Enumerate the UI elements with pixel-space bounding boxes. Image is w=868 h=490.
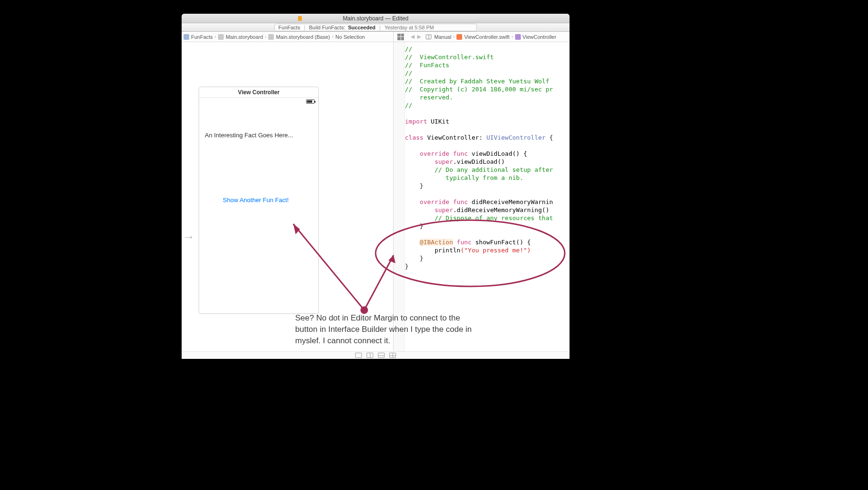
code-ident: .didReceiveMemoryWarning() bbox=[453, 206, 550, 214]
resizing-icon[interactable] bbox=[389, 353, 396, 358]
assistant-code-editor[interactable]: // // ViewController.swift // FunFacts /… bbox=[394, 42, 570, 351]
code-keyword: override bbox=[420, 198, 449, 205]
related-items-icon[interactable] bbox=[397, 34, 404, 40]
code-keyword: super bbox=[435, 206, 453, 214]
fact-label[interactable]: An Interesting Fact Goes Here... bbox=[205, 132, 293, 139]
annotation-caption: See? No dot in Editor Margin to connect … bbox=[295, 312, 484, 347]
code-ident: viewDidLoad() { bbox=[472, 150, 527, 157]
code-ident: println bbox=[435, 247, 461, 254]
window-title: Main.storyboard — Edited bbox=[343, 15, 409, 22]
code-comment: // Dispose of any resources that bbox=[435, 214, 553, 222]
crumb-project[interactable]: FunFacts bbox=[191, 34, 213, 40]
storyboard-icon bbox=[268, 34, 274, 40]
code-keyword: import bbox=[405, 118, 427, 125]
code-keyword: override bbox=[420, 150, 449, 157]
nav-back-icon[interactable]: ◀ bbox=[411, 34, 414, 40]
chevron-right-icon: › bbox=[215, 34, 216, 39]
interface-builder-canvas[interactable]: → View Controller An Interesting Fact Go… bbox=[182, 42, 394, 351]
project-name: FunFacts bbox=[279, 25, 300, 30]
jump-bar-row: FunFacts › Main.storyboard › Main.storyb… bbox=[182, 32, 570, 42]
code-keyword: super bbox=[435, 158, 453, 165]
code-ident: ViewController: bbox=[427, 134, 482, 141]
code-comment: // FunFacts bbox=[405, 62, 449, 69]
code-comment: // Copyright (c) 2014 186,000 mi/sec pr bbox=[405, 86, 553, 93]
code-ident: didReceiveMemoryWarnin bbox=[472, 198, 553, 205]
code-comment: // bbox=[405, 45, 412, 53]
code-comment: // Do any additional setup after bbox=[435, 166, 553, 173]
separator-icon: | bbox=[379, 25, 381, 30]
code-keyword: class bbox=[405, 134, 423, 141]
source-code[interactable]: // // ViewController.swift // FunFacts /… bbox=[405, 45, 570, 270]
code-comment: reserved. bbox=[405, 94, 453, 101]
align-icon[interactable] bbox=[355, 353, 362, 358]
class-icon bbox=[515, 34, 521, 40]
code-ident: .viewDidLoad() bbox=[453, 158, 505, 165]
code-keyword: func bbox=[453, 150, 468, 157]
code-ident: UIKit bbox=[431, 118, 449, 125]
manual-icon bbox=[426, 35, 431, 39]
nav-arrows: ◀ ▶ bbox=[408, 34, 424, 40]
code-comment: // bbox=[405, 70, 412, 77]
chevron-right-icon: › bbox=[265, 34, 266, 39]
storyboard-icon bbox=[218, 34, 224, 40]
code-attribute: @IBAction bbox=[420, 239, 453, 246]
show-fact-button[interactable]: Show Another Fun Fact! bbox=[223, 196, 289, 204]
editor-split: → View Controller An Interesting Fact Go… bbox=[182, 42, 570, 351]
assistant-jump-bar[interactable]: ◀ ▶ Manual › ViewController.swift › View… bbox=[394, 32, 570, 42]
code-ident: showFunFact() { bbox=[475, 239, 531, 246]
code-brace: } bbox=[420, 255, 423, 262]
chevron-right-icon: › bbox=[332, 34, 333, 39]
code-comment: // bbox=[405, 102, 412, 109]
code-comment: // ViewController.swift bbox=[405, 53, 494, 61]
build-timestamp: Yesterday at 5:58 PM bbox=[385, 25, 434, 30]
swift-file-icon bbox=[456, 34, 462, 40]
code-type: UIViewController bbox=[486, 134, 545, 141]
build-action-prefix: Build FunFacts: bbox=[309, 25, 345, 30]
xcode-window: Main.storyboard — Edited FunFacts | Buil… bbox=[182, 14, 570, 359]
code-gutter[interactable] bbox=[394, 42, 405, 351]
battery-icon bbox=[306, 99, 315, 104]
crumb-selection[interactable]: No Selection bbox=[335, 34, 365, 40]
window-titlebar[interactable]: Main.storyboard — Edited bbox=[182, 14, 570, 23]
crumb-manual[interactable]: Manual bbox=[434, 34, 451, 40]
code-brace: } bbox=[420, 182, 423, 189]
code-brace: } bbox=[420, 223, 423, 230]
code-brace: } bbox=[405, 263, 409, 270]
crumb-swift-file[interactable]: ViewController.swift bbox=[464, 34, 509, 40]
code-keyword: func bbox=[457, 239, 472, 246]
nav-forward-icon[interactable]: ▶ bbox=[417, 34, 421, 40]
canvas-layout-toolbar bbox=[182, 351, 570, 359]
scene-title[interactable]: View Controller bbox=[199, 87, 318, 98]
status-bar-mock bbox=[199, 98, 318, 106]
code-brace: { bbox=[545, 134, 553, 141]
file-badge-icon bbox=[298, 16, 302, 21]
code-scroll[interactable]: // // ViewController.swift // FunFacts /… bbox=[405, 42, 570, 351]
crumb-base[interactable]: Main.storyboard (Base) bbox=[276, 34, 330, 40]
chevron-right-icon: › bbox=[453, 34, 455, 39]
view-controller-scene[interactable]: View Controller An Interesting Fact Goes… bbox=[199, 87, 319, 314]
crumb-symbol[interactable]: ViewController bbox=[523, 34, 556, 40]
chevron-right-icon: › bbox=[511, 34, 513, 39]
pin-icon[interactable] bbox=[367, 353, 373, 358]
build-status: Succeeded bbox=[348, 25, 376, 30]
code-comment: typically from a nib. bbox=[435, 174, 524, 181]
crumb-file[interactable]: Main.storyboard bbox=[226, 34, 263, 40]
resolve-issues-icon[interactable] bbox=[378, 353, 385, 358]
folder-icon bbox=[184, 34, 189, 40]
build-status-box[interactable]: FunFacts | Build FunFacts: Succeeded | Y… bbox=[274, 24, 477, 31]
initial-scene-arrow-icon[interactable]: → bbox=[183, 230, 195, 244]
storyboard-jump-bar[interactable]: FunFacts › Main.storyboard › Main.storyb… bbox=[182, 32, 394, 42]
separator-icon: | bbox=[304, 25, 305, 30]
code-string: ("You pressed me!") bbox=[460, 247, 531, 254]
code-keyword: func bbox=[453, 198, 468, 205]
code-comment: // Created by Faddah Steve Yuetsu Wolf bbox=[405, 78, 553, 85]
build-status-bar: FunFacts | Build FunFacts: Succeeded | Y… bbox=[182, 23, 570, 32]
